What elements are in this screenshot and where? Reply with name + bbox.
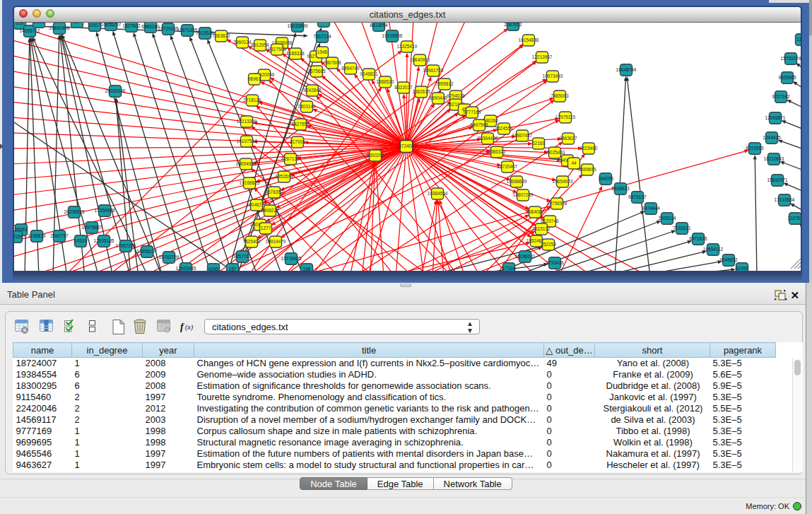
- svg-text:6466160: 6466160: [141, 24, 160, 29]
- svg-text:16961755: 16961755: [423, 68, 444, 73]
- svg-text:16154838: 16154838: [519, 37, 539, 42]
- svg-text:15716485: 15716485: [281, 256, 302, 261]
- svg-text:9084067: 9084067: [526, 209, 544, 214]
- svg-text:1244415: 1244415: [763, 135, 781, 140]
- svg-text:16033809: 16033809: [288, 23, 308, 28]
- svg-text:157: 157: [229, 267, 237, 271]
- svg-text:17334: 17334: [502, 266, 515, 271]
- svg-text:3675685: 3675685: [307, 69, 326, 74]
- svg-text:18724007: 18724007: [396, 144, 417, 148]
- svg-text:10655257: 10655257: [101, 23, 122, 27]
- svg-text:39159: 39159: [14, 234, 23, 239]
- svg-text:9929965: 9929965: [778, 75, 796, 80]
- svg-text:9146821: 9146821: [360, 71, 378, 76]
- svg-text:2803144: 2803144: [298, 104, 316, 109]
- svg-text:1733426: 1733426: [546, 260, 564, 265]
- svg-text:8813054: 8813054: [370, 23, 388, 28]
- svg-text:1156819: 1156819: [28, 233, 46, 238]
- svg-text:9699695: 9699695: [578, 167, 596, 172]
- svg-text:6497568: 6497568: [470, 122, 488, 127]
- svg-text:16914479: 16914479: [266, 239, 286, 244]
- svg-text:12213369: 12213369: [237, 119, 257, 124]
- svg-text:10688609: 10688609: [507, 179, 527, 184]
- svg-text:16648784: 16648784: [616, 67, 637, 72]
- svg-text:17010504: 17010504: [775, 197, 795, 202]
- svg-text:20364436: 20364436: [478, 136, 498, 141]
- svg-text:8990448: 8990448: [429, 95, 447, 100]
- svg-text:7632621: 7632621: [673, 226, 691, 230]
- svg-text:19654925: 19654925: [236, 161, 257, 166]
- svg-text:8454749: 8454749: [341, 66, 360, 71]
- svg-text:8427552: 8427552: [291, 122, 310, 127]
- svg-text:9327503: 9327503: [268, 47, 286, 52]
- svg-text:15720407: 15720407: [498, 164, 518, 169]
- svg-text:44: 44: [571, 160, 577, 165]
- svg-text:9777169: 9777169: [463, 110, 481, 115]
- svg-text:196: 196: [303, 267, 311, 271]
- svg-text:8322037: 8322037: [394, 85, 413, 90]
- svg-text:8215955: 8215955: [746, 146, 764, 151]
- svg-text:19654923: 19654923: [553, 179, 573, 184]
- svg-text:2942757: 2942757: [50, 233, 69, 238]
- svg-text:7955812: 7955812: [435, 81, 454, 86]
- svg-text:f: f: [180, 322, 184, 332]
- svg-text:7357224: 7357224: [313, 34, 331, 39]
- svg-text:20691406: 20691406: [49, 25, 70, 30]
- svg-text:2867608: 2867608: [323, 60, 341, 65]
- svg-text:2718126: 2718126: [243, 98, 261, 103]
- svg-text:8912954: 8912954: [251, 42, 269, 47]
- svg-text:9227342: 9227342: [772, 94, 790, 99]
- svg-text:6794028: 6794028: [447, 93, 465, 98]
- svg-text:6120746: 6120746: [541, 218, 559, 223]
- svg-text:3624554: 3624554: [495, 126, 513, 131]
- svg-text:2935114: 2935114: [659, 216, 676, 221]
- svg-text:1362615: 1362615: [412, 89, 430, 94]
- svg-text:92450: 92450: [736, 266, 748, 271]
- svg-text:18640910: 18640910: [410, 57, 430, 62]
- svg-text:3960124: 3960124: [233, 40, 252, 45]
- svg-text:19384554: 19384554: [428, 191, 448, 196]
- svg-text:17975887: 17975887: [82, 225, 102, 230]
- svg-text:116753: 116753: [787, 216, 801, 221]
- svg-text:1588520: 1588520: [376, 79, 394, 84]
- svg-text:16782759: 16782759: [159, 255, 180, 259]
- svg-text:20053346: 20053346: [105, 88, 126, 93]
- svg-text:8471676: 8471676: [689, 236, 707, 241]
- svg-text:12923445: 12923445: [176, 266, 196, 271]
- svg-text:5938923: 5938923: [611, 186, 630, 191]
- svg-text:7986322: 7986322: [488, 149, 506, 154]
- svg-text:7625402: 7625402: [242, 239, 261, 244]
- svg-text:8267130: 8267130: [281, 156, 300, 161]
- svg-text:6879197: 6879197: [628, 194, 647, 199]
- svg-text:10671355: 10671355: [177, 28, 198, 33]
- svg-text:12975115: 12975115: [555, 115, 576, 119]
- svg-text:252254: 252254: [541, 242, 556, 247]
- svg-text:9115460: 9115460: [580, 146, 598, 151]
- svg-text:1527602: 1527602: [122, 23, 141, 28]
- svg-text:12213967: 12213967: [532, 54, 553, 59]
- svg-text:9242848: 9242848: [303, 88, 322, 93]
- svg-text:939: 939: [16, 23, 24, 25]
- svg-text:2093: 2093: [34, 23, 45, 24]
- svg-text:16107554: 16107554: [237, 139, 257, 144]
- svg-text:10807487: 10807487: [512, 133, 533, 138]
- svg-text:9245: 9245: [208, 267, 219, 271]
- svg-text:13958137: 13958137: [137, 249, 158, 254]
- svg-text:10719155: 10719155: [158, 26, 179, 31]
- svg-text:98961: 98961: [248, 76, 261, 81]
- svg-text:(x): (x): [185, 323, 194, 332]
- svg-text:11325419: 11325419: [397, 44, 418, 49]
- svg-text:18807249: 18807249: [513, 192, 534, 197]
- svg-text:20917: 20917: [88, 23, 101, 28]
- svg-text:10025453: 10025453: [545, 150, 565, 155]
- svg-text:2087652: 2087652: [504, 23, 522, 27]
- svg-text:1353594: 1353594: [275, 174, 293, 179]
- svg-text:3498222: 3498222: [261, 208, 279, 213]
- svg-text:8186328: 8186328: [286, 51, 305, 56]
- svg-text:7485063: 7485063: [551, 93, 569, 98]
- svg-text:12505135: 12505135: [94, 238, 114, 243]
- svg-text:17359928: 17359928: [95, 208, 115, 213]
- svg-text:7515526: 7515526: [196, 30, 214, 35]
- svg-text:14055712: 14055712: [20, 28, 40, 33]
- svg-text:15692971: 15692971: [767, 177, 788, 182]
